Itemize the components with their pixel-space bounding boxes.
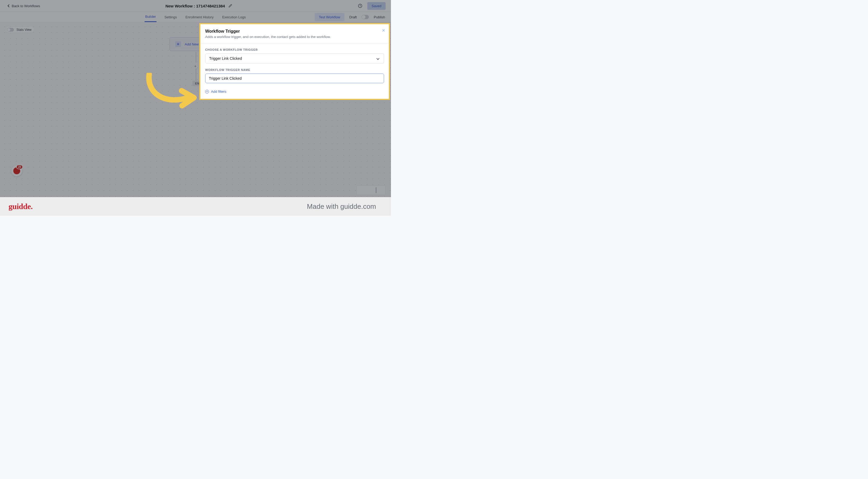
connector-line: [196, 52, 196, 63]
close-icon[interactable]: ×: [382, 27, 385, 33]
choose-trigger-label: CHOOSE A WORKFLOW TRIGGER: [205, 48, 384, 51]
tab-execution-logs[interactable]: Execution Logs: [222, 12, 246, 22]
chevron-left-icon: [7, 4, 10, 7]
topbar: Back to Workflows New Workflow : 1714748…: [0, 0, 391, 12]
tab-enrollment-history[interactable]: Enrollment History: [185, 12, 214, 22]
subnav-right: Test Workflow Draft Publish: [315, 12, 385, 22]
stats-view-toggle[interactable]: Stats View: [6, 27, 34, 33]
workflow-title: New Workflow : 1714748421384: [165, 4, 225, 8]
add-filters-label: Add filters: [211, 90, 226, 94]
notifications-bubble[interactable]: 28: [11, 165, 22, 177]
saved-button[interactable]: Saved: [367, 2, 385, 10]
history-icon[interactable]: [358, 3, 363, 8]
add-step-button[interactable]: +: [194, 64, 196, 68]
plus-icon: +: [175, 41, 181, 47]
publish-toggle[interactable]: [362, 15, 369, 19]
panel-description: Adds a workflow trigger, and on executio…: [205, 35, 384, 39]
toggle-icon: [7, 28, 14, 32]
guidde-logo: guidde.: [8, 202, 33, 211]
trigger-name-input[interactable]: [205, 73, 384, 83]
back-label: Back to Workflows: [12, 4, 40, 8]
draft-label: Draft: [349, 15, 356, 19]
trigger-name-label: WORKFLOW TRIGGER NAME: [205, 68, 384, 71]
stats-view-label: Stats View: [17, 28, 31, 32]
plus-circle-icon: +: [205, 90, 209, 94]
tab-settings[interactable]: Settings: [164, 12, 178, 22]
trigger-select-value: Trigger Link Clicked: [209, 56, 242, 61]
tab-builder[interactable]: Builder: [145, 12, 156, 22]
subnav: Builder Settings Enrollment History Exec…: [0, 12, 391, 22]
test-workflow-button[interactable]: Test Workflow: [315, 13, 345, 21]
made-with-text: Made with guidde.com: [307, 202, 376, 211]
chevron-down-icon: [376, 57, 379, 60]
connector-line: [196, 68, 196, 81]
footer: guidde. Made with guidde.com: [0, 197, 391, 216]
divider: [200, 43, 389, 43]
panel-title: Workflow Trigger: [205, 29, 384, 34]
notification-count: 28: [16, 165, 23, 169]
add-filters-button[interactable]: + Add filters: [205, 90, 384, 94]
edit-icon[interactable]: [228, 4, 232, 8]
top-actions: Saved: [358, 2, 385, 10]
workflow-title-group: New Workflow : 1714748421384: [165, 4, 232, 8]
trigger-select[interactable]: Trigger Link Clicked: [205, 54, 384, 63]
back-to-workflows[interactable]: Back to Workflows: [8, 4, 40, 8]
publish-label: Publish: [374, 15, 385, 19]
canvas-minimap[interactable]: [356, 186, 385, 195]
workflow-trigger-panel: × Workflow Trigger Adds a workflow trigg…: [199, 23, 390, 100]
